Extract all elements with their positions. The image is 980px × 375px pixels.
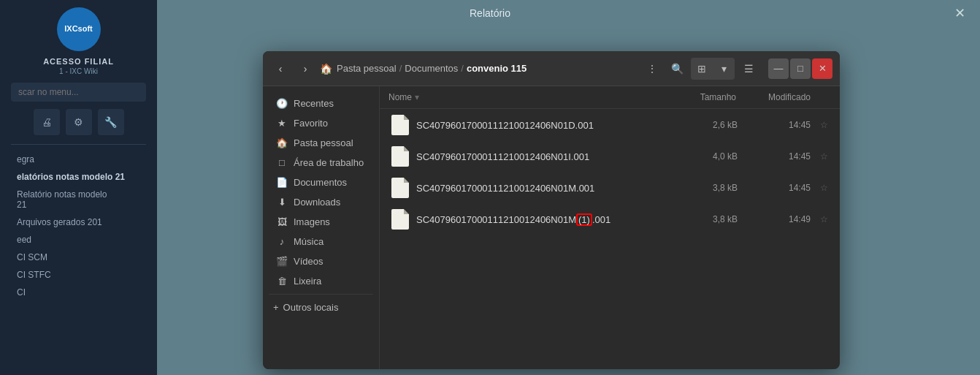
col-header-sort-icon: ▾ — [415, 92, 419, 102]
downloads-icon: ⬇ — [276, 197, 288, 208]
fm-nav-imagens[interactable]: 🖼 Imagens — [266, 212, 376, 232]
file-star-2[interactable]: ☆ — [811, 151, 828, 162]
fm-nav-label-documentos: Documentos — [294, 177, 347, 188]
col-header-size: Tamanho — [700, 92, 736, 102]
file-modified-1: 14:45 — [738, 120, 811, 130]
file-name-2: SC40796017000111210012406N01I.001 — [416, 151, 665, 162]
menu-item-ci-stfc[interactable]: CI STFC — [11, 266, 146, 284]
fm-nav-label-musica: Música — [294, 236, 324, 247]
fm-nav-downloads[interactable]: ⬇ Downloads — [266, 192, 376, 212]
file-name-3: SC40796017000111210012406N01M.001 — [416, 183, 665, 194]
fm-nav-videos[interactable]: 🎬 Vídeos — [266, 251, 376, 271]
sidebar-divider — [11, 144, 146, 145]
fm-nav-label-recentes: Recentes — [294, 98, 334, 109]
breadcrumb-sep-1: / — [399, 63, 402, 74]
col-header-modified: Modificado — [768, 92, 811, 102]
fm-close-button[interactable]: ✕ — [812, 58, 832, 79]
file-icon-1 — [391, 115, 409, 135]
menu-item-ci[interactable]: CI — [11, 284, 146, 301]
fm-nav-label-downloads: Downloads — [294, 197, 340, 208]
highlighted-number: (1) — [576, 213, 592, 226]
fm-header: ‹ › 🏠 Pasta pessoal / Documentos / conve… — [263, 51, 840, 86]
fm-nav-label-favorito: Favorito — [294, 118, 328, 129]
table-row[interactable]: SC40796017000111210012406N01M.001 3,8 kB… — [383, 173, 837, 203]
fm-nav-label-lixeira: Lixeira — [294, 276, 321, 287]
dialog-title: Relatório — [470, 7, 510, 19]
dialog-close-button[interactable]: ✕ — [954, 5, 965, 21]
imagens-icon: 🖼 — [276, 216, 288, 227]
app-logo: IXCsoft — [57, 7, 101, 51]
fm-view-dropdown-button[interactable]: ▾ — [713, 58, 735, 80]
fm-nav-recentes[interactable]: 🕐 Recentes — [266, 94, 376, 113]
breadcrumb-pasta-pessoal[interactable]: Pasta pessoal — [337, 63, 397, 74]
fm-nav-label-outros-locais: Outros locais — [283, 302, 339, 313]
fm-content-area: Nome ▾ Tamanho Modificado SC407960170001… — [380, 86, 840, 369]
menu-item-ci-scm[interactable]: CI SCM — [11, 249, 146, 266]
app-logo-text: IXCsoft — [64, 24, 93, 34]
fm-nav-area-trabalho[interactable]: □ Área de trabalho — [266, 153, 376, 173]
breadcrumb-current: convenio 115 — [467, 63, 527, 74]
file-star-3[interactable]: ☆ — [811, 183, 828, 193]
fm-nav-outros-locais[interactable]: + Outros locais — [263, 298, 379, 317]
fm-nav-label-pasta-pessoal: Pasta pessoal — [294, 137, 353, 148]
app-sidebar: IXCsoft ACESSO FILIAL 1 - IXC Wiki 🖨 ⚙ 🔧… — [0, 0, 157, 375]
print-button[interactable]: 🖨 — [34, 109, 60, 135]
file-star-4[interactable]: ☆ — [811, 214, 828, 224]
file-icon-2 — [391, 146, 409, 167]
file-size-2: 4,0 kB — [665, 151, 738, 162]
fm-nav-lixeira[interactable]: 🗑 Lixeira — [266, 271, 376, 291]
outros-locais-plus-icon: + — [273, 302, 279, 313]
file-icon-4 — [391, 209, 409, 230]
fm-list-view-button[interactable]: ☰ — [738, 58, 759, 80]
app-search-input[interactable] — [11, 83, 146, 102]
fm-header-actions: ⋮ 🔍 ⊞ ▾ ☰ — [641, 58, 759, 80]
file-name-1: SC40796017000111210012406N01D.001 — [416, 120, 665, 131]
file-modified-4: 14:49 — [738, 214, 811, 224]
breadcrumb-documentos[interactable]: Documentos — [405, 63, 458, 74]
breadcrumb-sep-2: / — [461, 63, 464, 74]
fm-nav-pasta-pessoal[interactable]: 🏠 Pasta pessoal — [266, 133, 376, 153]
file-name-4: SC40796017000111210012406N01M(1).001 — [416, 213, 665, 226]
menu-item-relatorio-notas[interactable]: Relatório notas modelo21 — [11, 186, 146, 213]
table-row[interactable]: SC40796017000111210012406N01D.001 2,6 kB… — [383, 110, 837, 140]
file-size-3: 3,8 kB — [665, 183, 738, 193]
fm-window-buttons: — □ ✕ — [768, 58, 832, 79]
file-modified-2: 14:45 — [738, 151, 811, 162]
fm-nav-documentos[interactable]: 📄 Documentos — [266, 173, 376, 192]
documentos-icon: 📄 — [276, 177, 288, 188]
fm-back-button[interactable]: ‹ — [270, 58, 291, 79]
fm-grid-view-button[interactable]: ⊞ — [691, 58, 713, 80]
menu-item-arquivos[interactable]: Arquivos gerados 201 — [11, 213, 146, 231]
home-icon: 🏠 — [320, 63, 332, 75]
tools-button[interactable]: 🔧 — [98, 109, 124, 135]
file-star-1[interactable]: ☆ — [811, 120, 828, 130]
menu-item-egra[interactable]: egra — [11, 151, 146, 168]
file-modified-3: 14:45 — [738, 183, 811, 193]
table-row[interactable]: SC40796017000111210012406N01M(1).001 3,8… — [383, 204, 837, 235]
fm-sidebar-nav: 🕐 Recentes ★ Favorito 🏠 Pasta pessoal □ … — [263, 86, 380, 369]
fm-forward-button[interactable]: › — [295, 58, 315, 79]
app-toolbar: 🖨 ⚙ 🔧 — [34, 109, 124, 135]
fm-nav-musica[interactable]: ♪ Música — [266, 232, 376, 251]
file-icon-3 — [391, 178, 409, 198]
fm-column-header: Nome ▾ Tamanho Modificado — [380, 86, 840, 109]
table-row[interactable]: SC40796017000111210012406N01I.001 4,0 kB… — [383, 141, 837, 172]
videos-icon: 🎬 — [276, 256, 288, 267]
fm-nav-favorito[interactable]: ★ Favorito — [266, 113, 376, 133]
app-access-label: ACESSO FILIAL — [43, 57, 114, 66]
area-trabalho-icon: □ — [276, 157, 288, 168]
menu-item-eed[interactable]: eed — [11, 231, 146, 249]
fm-maximize-button[interactable]: □ — [790, 58, 811, 79]
favorito-icon: ★ — [276, 118, 288, 129]
settings-button[interactable]: ⚙ — [66, 109, 92, 135]
fm-minimize-button[interactable]: — — [768, 58, 789, 79]
fm-menu-button[interactable]: ⋮ — [641, 58, 663, 80]
pasta-pessoal-icon: 🏠 — [276, 137, 288, 148]
fm-search-button[interactable]: 🔍 — [666, 58, 688, 80]
fm-nav-label-videos: Vídeos — [294, 256, 323, 267]
fm-view-toggle: ⊞ ▾ — [691, 58, 735, 80]
fm-nav-separator — [269, 294, 373, 295]
recentes-icon: 🕐 — [276, 98, 288, 109]
file-manager-dialog: ‹ › 🏠 Pasta pessoal / Documentos / conve… — [263, 51, 840, 369]
menu-item-relatorios[interactable]: elatórios notas modelo 21 — [11, 168, 146, 186]
